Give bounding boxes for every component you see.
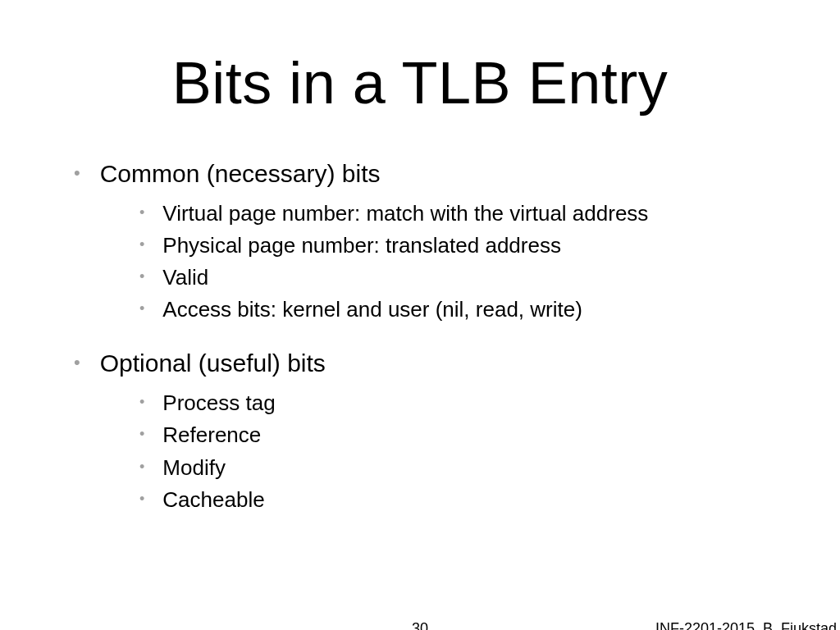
bullet-dot-icon: •	[139, 266, 144, 288]
page-number: 30	[412, 620, 428, 630]
list-item: Physical page number: translated address	[162, 231, 561, 260]
list-item: Virtual page number: match with the virt…	[162, 199, 648, 228]
section-gap	[49, 327, 791, 347]
section-heading: Common (necessary) bits	[100, 158, 381, 189]
bullet-dot-icon: •	[139, 456, 144, 478]
list-item: Access bits: kernel and user (nil, read,…	[162, 295, 582, 324]
bullet-level2: • Cacheable	[139, 486, 791, 514]
slide-title: Bits in a TLB Entry	[49, 49, 791, 116]
bullet-level1: • Common (necessary) bits	[74, 158, 791, 189]
bullet-level2: • Reference	[139, 421, 791, 450]
bullet-dot-icon: •	[139, 298, 144, 320]
bullet-dot-icon: •	[74, 350, 80, 376]
list-item: Valid	[162, 263, 208, 292]
list-item: Process tag	[162, 389, 275, 418]
bullet-level2: • Modify	[139, 454, 791, 482]
slide-container: Bits in a TLB Entry • Common (necessary)…	[0, 0, 840, 630]
bullet-level1: • Optional (useful) bits	[74, 347, 791, 379]
bullet-level2: • Virtual page number: match with the vi…	[139, 199, 791, 228]
bullet-level2: • Access bits: kernel and user (nil, rea…	[139, 295, 791, 324]
list-item: Cacheable	[162, 486, 264, 514]
bullet-level2: • Process tag	[139, 389, 791, 418]
bullet-dot-icon: •	[139, 202, 144, 224]
bullet-dot-icon: •	[139, 423, 144, 445]
bullet-level2: • Valid	[139, 263, 791, 292]
bullet-dot-icon: •	[139, 488, 144, 510]
bullet-dot-icon: •	[139, 234, 144, 256]
bullet-dot-icon: •	[139, 391, 144, 413]
list-item: Reference	[162, 421, 261, 450]
footer-attribution: INF-2201-2015, B. Fjukstad	[655, 620, 837, 630]
list-item: Modify	[162, 454, 226, 482]
bullet-level2: • Physical page number: translated addre…	[139, 231, 791, 260]
section-heading: Optional (useful) bits	[100, 347, 326, 379]
bullet-dot-icon: •	[74, 161, 80, 186]
